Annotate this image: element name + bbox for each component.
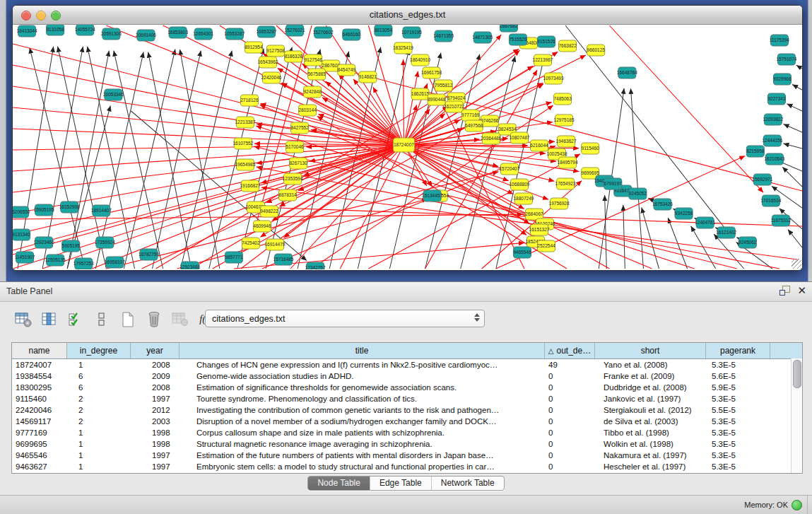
table-cell[interactable]: Estimation of significance thresholds fo… — [180, 382, 545, 393]
table-cell[interactable]: 2 — [67, 416, 131, 427]
float-panel-icon[interactable] — [779, 286, 790, 296]
table-row[interactable]: 1938455462009Genome-wide association stu… — [12, 370, 802, 382]
table-cell[interactable]: 9463627 — [12, 461, 67, 472]
table-cell[interactable]: Franke et al. (2009) — [595, 370, 706, 382]
table-cell[interactable]: 5.3E-5 — [706, 427, 770, 438]
table-cell[interactable]: Structural magnetic resonance image aver… — [180, 438, 545, 450]
table-row[interactable]: 946554611997Estimation of the future num… — [12, 450, 802, 461]
table-cell[interactable]: 18724007 — [12, 359, 67, 370]
table-cell[interactable]: Stergiakouli et al. (2012) — [595, 404, 706, 416]
table-cell[interactable]: 1997 — [131, 461, 180, 472]
column-header-in_degree[interactable]: in_degree — [67, 343, 131, 358]
table-cell[interactable]: 0 — [545, 370, 595, 382]
table-cell[interactable]: 2008 — [131, 382, 180, 393]
table-cell[interactable]: 0 — [545, 393, 595, 404]
table-cell[interactable]: 0 — [545, 438, 595, 450]
table-cell[interactable]: Disruption of a novel member of a sodium… — [180, 416, 545, 427]
table-cell[interactable]: 5.3E-5 — [706, 438, 770, 450]
table-cell[interactable]: de Silva et al. (2003) — [595, 416, 706, 427]
table-row[interactable]: 2242004622012Investigating the contribut… — [12, 404, 802, 416]
column-header-pagerank[interactable]: pagerank — [706, 343, 770, 358]
column-header-title[interactable]: title — [180, 343, 545, 358]
table-cell[interactable]: 1998 — [131, 438, 180, 450]
table-cell[interactable]: Dudbridge et al. (2008) — [595, 382, 706, 393]
table-cell[interactable]: Yano et al. (2008) — [595, 359, 706, 370]
delete-column-icon[interactable] — [145, 310, 163, 329]
table-cell[interactable]: 6 — [67, 382, 131, 393]
table-cell[interactable]: 6 — [67, 370, 131, 382]
table-mode-icon[interactable] — [14, 310, 33, 329]
table-scrollbar[interactable] — [791, 358, 802, 473]
table-cell[interactable]: 2 — [67, 404, 131, 416]
table-cell[interactable]: 5.6E-5 — [706, 370, 770, 382]
column-header-out_de[interactable]: △out_de… — [545, 343, 595, 358]
table-panel-header[interactable]: Table Panel ✕ — [0, 282, 812, 302]
tab-node-table[interactable]: Node Table — [308, 477, 370, 490]
table-cell[interactable]: 18300295 — [12, 382, 67, 393]
row-height-icon[interactable] — [93, 310, 111, 329]
table-cell[interactable]: 0 — [545, 427, 595, 438]
table-cell[interactable]: 1998 — [131, 427, 180, 438]
network-canvas[interactable]: 1872400789129549127508165439628186328912… — [13, 25, 802, 269]
table-cell[interactable]: 5.3E-5 — [706, 450, 770, 461]
table-cell[interactable]: 9777169 — [12, 427, 67, 438]
table-row[interactable]: 969969511998Structural magnetic resonanc… — [12, 438, 802, 450]
tab-edge-table[interactable]: Edge Table — [370, 477, 432, 490]
table-row[interactable]: 1830029562008Estimation of significance … — [12, 382, 802, 393]
table-cell[interactable]: 5.3E-5 — [706, 393, 770, 404]
tab-network-table[interactable]: Network Table — [432, 477, 504, 490]
table-cell[interactable]: 22420046 — [12, 404, 67, 416]
table-cell[interactable]: 1 — [67, 427, 131, 438]
table-cell[interactable]: 19384554 — [12, 370, 67, 382]
memory-status-icon[interactable] — [792, 500, 802, 510]
column-header-name[interactable]: name — [12, 343, 67, 358]
table-cell[interactable]: 0 — [545, 404, 595, 416]
table-cell[interactable]: 14569117 — [12, 416, 67, 427]
window-resize-grip[interactable] — [792, 259, 801, 269]
table-cell[interactable]: 1 — [67, 359, 131, 370]
table-cell[interactable]: Investigating the contribution of common… — [180, 404, 545, 416]
table-cell[interactable]: 5.3E-5 — [706, 359, 770, 370]
table-cell[interactable]: 2008 — [131, 359, 180, 370]
table-cell[interactable]: Hescheler et al. (1997) — [595, 461, 706, 472]
create-column-icon[interactable] — [119, 310, 137, 329]
table-cell[interactable]: 1 — [67, 461, 131, 472]
table-cell[interactable]: Corpus callosum shape and size in male p… — [180, 427, 545, 438]
table-cell[interactable]: 5.9E-5 — [706, 382, 770, 393]
table-cell[interactable]: 1 — [67, 438, 131, 450]
table-cell[interactable]: 2009 — [131, 370, 180, 382]
column-header-short[interactable]: short — [595, 343, 706, 358]
table-cell[interactable]: 0 — [545, 382, 595, 393]
table-cell[interactable]: 2012 — [131, 404, 180, 416]
table-cell[interactable]: 49 — [545, 359, 595, 370]
table-selector-dropdown[interactable]: citations_edges.txt — [205, 310, 485, 327]
network-window-titlebar[interactable]: citations_edges.txt — [13, 6, 802, 25]
table-row[interactable]: 1456911722003Disruption of a novel membe… — [12, 416, 802, 427]
select-columns-icon[interactable] — [66, 310, 85, 329]
table-row[interactable]: 946362711997Embryonic stem cells: a mode… — [12, 461, 802, 472]
table-cell[interactable]: 9699695 — [12, 438, 67, 450]
network-view-window[interactable]: citations_edges.txt 18724007891295491275… — [12, 5, 803, 271]
show-columns-icon[interactable] — [40, 310, 59, 329]
table-cell[interactable]: 5.3E-5 — [706, 416, 770, 427]
table-cell[interactable]: 0 — [545, 416, 595, 427]
table-row[interactable]: 911546021997Tourette syndrome. Phenomeno… — [12, 393, 802, 404]
table-row[interactable]: 1872400712008Changes of HCN gene express… — [12, 359, 802, 370]
table-cell[interactable]: 2003 — [131, 416, 180, 427]
scrollbar-thumb[interactable] — [793, 360, 801, 388]
column-header-year[interactable]: year — [131, 343, 180, 358]
table-cell[interactable]: 1997 — [131, 393, 180, 404]
table-cell[interactable]: Jankovic et al. (1997) — [595, 393, 706, 404]
table-cell[interactable]: 5.3E-5 — [706, 461, 770, 472]
table-cell[interactable]: Estimation of the future numbers of pati… — [180, 450, 545, 461]
table-cell[interactable]: 9465546 — [12, 450, 67, 461]
table-cell[interactable]: Wolkin et al. (1998) — [595, 438, 706, 450]
table-cell[interactable]: 1997 — [131, 450, 180, 461]
table-cell[interactable]: Nakamura et al. (1997) — [595, 450, 706, 461]
table-cell[interactable]: Tibbo et al. (1998) — [595, 427, 706, 438]
table-cell[interactable]: Genome-wide association studies in ADHD. — [180, 370, 545, 382]
table-row[interactable]: 977716911998Corpus callosum shape and si… — [12, 427, 802, 438]
table-cell[interactable]: 0 — [545, 450, 595, 461]
table-cell[interactable]: 2 — [67, 393, 131, 404]
table-cell[interactable]: 9115460 — [12, 393, 67, 404]
